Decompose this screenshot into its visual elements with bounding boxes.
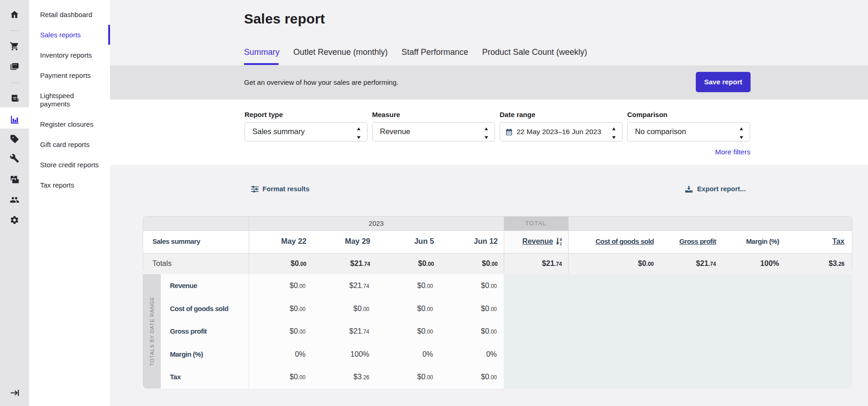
svg-text:1: 1: [559, 241, 562, 245]
